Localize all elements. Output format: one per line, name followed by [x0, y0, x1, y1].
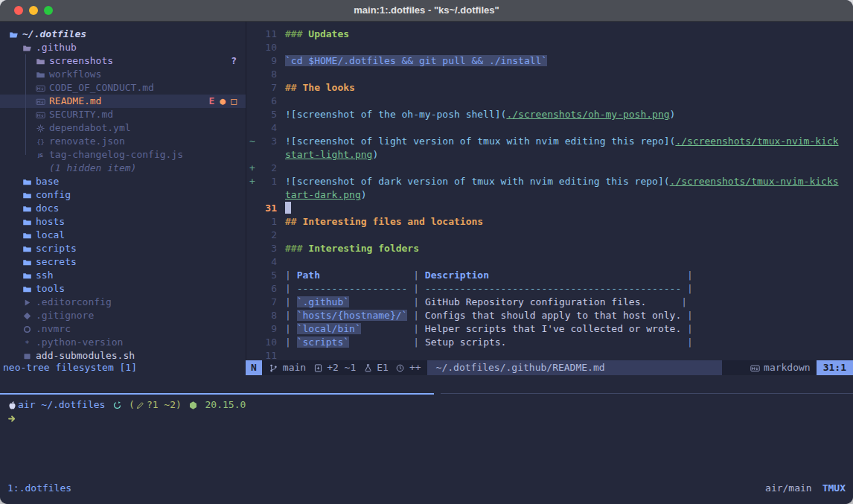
editor-line[interactable]: 2 [246, 229, 853, 242]
line-text: `cd $HOME/.dotfiles && git pull && ./ins… [277, 54, 547, 68]
line-text: ### Interesting folders [277, 242, 419, 255]
tree-item-readme-md[interactable]: README.mdE●□ [0, 95, 246, 108]
editor-line[interactable]: 8| `hosts/{hostname}/` | Configs that sh… [246, 309, 853, 322]
folder-icon [21, 229, 33, 241]
line-text: | `hosts/{hostname}/` | Configs that sho… [277, 309, 693, 322]
editor-line[interactable]: 9`cd $HOME/.dotfiles && git pull && ./in… [246, 54, 853, 68]
close-button[interactable] [14, 6, 23, 15]
editor-line[interactable]: 5| Path | Description | [246, 269, 853, 282]
lazy-updates-item: ++ [394, 361, 421, 374]
editor-line[interactable]: 7## The looks [246, 81, 853, 95]
prompt-input-line[interactable] [6, 412, 853, 425]
git-segment-open: ( [129, 398, 135, 412]
tree-item--nvmrc[interactable]: .nvmrc [0, 322, 246, 336]
tree-item-hosts[interactable]: hosts [0, 215, 246, 229]
line-number: 2 [261, 162, 277, 175]
tree-item-secrets[interactable]: secrets [0, 255, 246, 269]
tree-item-scripts[interactable]: scripts [0, 242, 246, 255]
line-number: 9 [261, 322, 277, 336]
editor-line[interactable]: +2 [246, 162, 853, 175]
tree-item-tools[interactable]: tools [0, 282, 246, 296]
git-sign [246, 54, 261, 68]
tmux-window-item[interactable]: 1:.dotfiles [0, 482, 71, 495]
tree-item-tag-changelog-config-js[interactable]: JStag-changelog-config.js [0, 148, 246, 162]
editor-line[interactable]: 11### Updates [246, 28, 853, 41]
tree-item-label: SECURITY.md [49, 108, 113, 121]
tree-item-base[interactable]: base [0, 175, 246, 188]
editor-line[interactable]: 5![screenshot of the oh-my-posh shell](.… [246, 108, 853, 121]
tree-item-label: .gitignore [36, 309, 94, 322]
tree-item--python-version[interactable]: *.python-version [0, 336, 246, 349]
editor-line[interactable]: 31 [246, 202, 853, 215]
shell-pane[interactable]: air ~/.dotfiles ( ?1 ~2 ) 20.15.0 [6, 398, 853, 425]
git-sign [246, 229, 261, 242]
titlebar: main:1:.dotfiles - "ks~/.dotfiles" [0, 0, 853, 22]
tree-item-ssh[interactable]: ssh [0, 269, 246, 282]
git-sign [246, 322, 261, 336]
tree-item-config[interactable]: config [0, 188, 246, 202]
git-sign [246, 121, 261, 135]
editor-line[interactable]: 10| `scripts` | Setup scripts. | [246, 336, 853, 349]
editor-line[interactable]: 6 [246, 95, 853, 108]
tmux-status-right: air/main TMUX [765, 482, 853, 495]
line-number: 2 [261, 229, 277, 242]
line-text: ### Updates [277, 28, 349, 41]
tree-item--gitignore[interactable]: .gitignore [0, 309, 246, 322]
tree-item-local[interactable]: local [0, 229, 246, 242]
filetype-item: markdown [749, 361, 811, 374]
git-sign [246, 148, 261, 162]
tree-item-security-md[interactable]: SECURITY.md [0, 108, 246, 121]
editor-line[interactable]: 6| ------------------- | ---------------… [246, 282, 853, 296]
tree-item--editorconfig[interactable]: .editorconfig [0, 296, 246, 309]
tree-item-docs[interactable]: docs [0, 202, 246, 215]
svg-text:{}: {} [36, 138, 45, 145]
git-segment-close: ) [176, 398, 182, 412]
line-number: 4 [261, 255, 277, 269]
zoom-button[interactable] [44, 6, 53, 15]
git-sign [246, 68, 261, 81]
git-sign [246, 188, 261, 202]
editor-line[interactable]: +1![screenshot of dark version of tmux w… [246, 175, 853, 188]
tree-item-screenshots[interactable]: screenshots? [0, 54, 246, 68]
tmux-client-area: ~/.dotfiles.githubscreenshots?workflowsC… [0, 22, 853, 504]
tree-item-label: base [36, 175, 59, 188]
git-sign [246, 202, 261, 215]
editor-line[interactable]: 8 [246, 68, 853, 81]
line-number: 3 [261, 242, 277, 255]
editor-line-wrap[interactable]: tart-dark.png) [246, 188, 853, 202]
tree-item-workflows[interactable]: workflows [0, 68, 246, 81]
tree-item-label: scripts [36, 242, 77, 255]
tree-item-code-of-conduct-md[interactable]: CODE_OF_CONDUCT.md [0, 81, 246, 95]
editor-line[interactable]: 1## Interesting files and locations [246, 215, 853, 229]
folder-icon [34, 55, 46, 67]
editor-line[interactable]: 7| `.github` | GitHub Repository configu… [246, 296, 853, 309]
tree-item--dotfiles[interactable]: ~/.dotfiles [0, 28, 246, 41]
tree-item-label: secrets [36, 255, 77, 269]
editor-line[interactable]: 9| `local/bin` | Helper scripts that I'v… [246, 322, 853, 336]
editor-line[interactable]: ~3![screenshot of light version of tmux … [246, 135, 853, 148]
tmux-pane-divider[interactable] [0, 393, 853, 395]
line-text: ![screenshot of light version of tmux wi… [277, 135, 839, 148]
editor-buffer[interactable]: 11### Updates109`cd $HOME/.dotfiles && g… [246, 28, 853, 363]
tree-item--1-hidden-item-[interactable]: (1 hidden item) [0, 162, 246, 175]
editor-line[interactable]: 4 [246, 255, 853, 269]
indent-guide [25, 108, 26, 121]
git-sign: + [246, 162, 261, 175]
line-number: 7 [261, 296, 277, 309]
prompt-directory: ~/.dotfiles [41, 398, 105, 412]
minimize-button[interactable] [29, 6, 38, 15]
markdown-file-icon [749, 362, 761, 374]
editor-line[interactable]: 4 [246, 121, 853, 135]
nodejs-icon [188, 399, 199, 411]
editor-line-wrap[interactable]: start-light.png) [246, 148, 853, 162]
tree-item--github[interactable]: .github [0, 41, 246, 54]
line-number: 5 [261, 269, 277, 282]
git-sign [246, 309, 261, 322]
line-number: 4 [261, 121, 277, 135]
editor-line[interactable]: 3### Interesting folders [246, 242, 853, 255]
editor-line[interactable]: 10 [246, 41, 853, 54]
tree-item-renovate-json[interactable]: {}renovate.json [0, 135, 246, 148]
line-text: tart-dark.png) [277, 188, 367, 202]
tree-item-label: ~/.dotfiles [22, 28, 86, 41]
tree-item-dependabot-yml[interactable]: dependabot.yml [0, 121, 246, 135]
